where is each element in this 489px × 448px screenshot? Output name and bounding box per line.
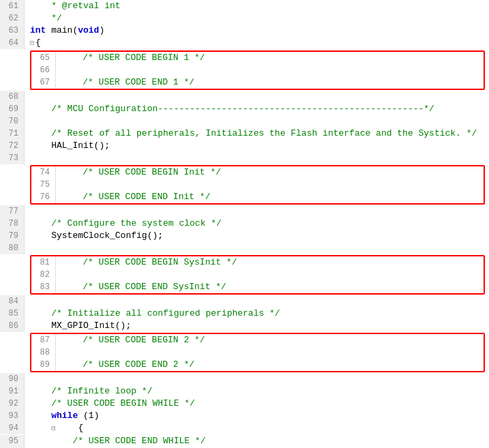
line-row: 91 /* Infinite loop */	[0, 385, 489, 398]
line-number: 74	[31, 166, 56, 179]
line-row: 80	[0, 242, 489, 254]
line-content: /* MCU Configuration--------------------…	[25, 103, 489, 115]
line-row: 66	[31, 64, 484, 76]
line-number: 92	[0, 398, 25, 410]
line-number: 88	[31, 346, 56, 359]
line-number: 86	[0, 320, 25, 332]
line-row: 74 /* USER CODE BEGIN Init */	[31, 166, 484, 179]
line-number: 79	[0, 230, 25, 242]
line-content: /* USER CODE END 2 */	[56, 359, 484, 371]
line-row: 85 /* Initialize all configured peripher…	[0, 308, 489, 320]
line-content: /* Infinite loop */	[25, 385, 489, 398]
line-row: 83 /* USER CODE END SysInit */	[31, 281, 484, 293]
line-content: ⊟ {	[25, 422, 489, 435]
line-number: 68	[0, 91, 25, 103]
line-row: 84	[0, 295, 489, 308]
line-row: 87 /* USER CODE BEGIN 2 */	[31, 334, 484, 346]
line-row: 93 while (1)	[0, 410, 489, 422]
line-number: 71	[0, 128, 25, 140]
line-row: 64 ⊟{	[0, 37, 489, 50]
line-number: 84	[0, 295, 25, 308]
line-content: HAL_Init();	[25, 140, 489, 152]
line-row: 95 /* USER CODE END WHILE */	[0, 435, 489, 447]
line-content: /* USER CODE END 1 */	[56, 76, 484, 89]
line-row: 86 MX_GPIO_Init();	[0, 320, 489, 332]
line-row: 73	[0, 152, 489, 164]
line-number: 95	[0, 435, 25, 447]
line-number: 94	[0, 422, 25, 434]
line-number: 77	[0, 205, 25, 218]
line-content: /* Reset of all peripherals, Initializes…	[25, 128, 489, 140]
line-number: 90	[0, 373, 25, 385]
line-row: 82	[31, 269, 484, 281]
line-content: /* USER CODE BEGIN 2 */	[56, 334, 484, 346]
line-number: 81	[31, 256, 56, 269]
line-content: /* Initialize all configured peripherals…	[25, 308, 489, 320]
line-number: 91	[0, 385, 25, 398]
line-content: */	[25, 12, 489, 25]
line-number: 78	[0, 218, 25, 230]
line-content: /* USER CODE END WHILE */	[25, 435, 489, 447]
line-number: 70	[0, 115, 25, 128]
line-row: 76 /* USER CODE END Init */	[31, 191, 484, 203]
line-content: /* USER CODE BEGIN WHILE */	[25, 398, 489, 410]
line-row: 88	[31, 346, 484, 359]
line-number: 63	[0, 25, 25, 37]
line-number: 62	[0, 12, 25, 25]
line-number: 85	[0, 308, 25, 320]
user-code-box-1: 65 /* USER CODE BEGIN 1 */ 66 67 /* USER…	[30, 50, 485, 90]
line-row: 62 */	[0, 12, 489, 25]
line-content: /* USER CODE BEGIN 1 */	[56, 52, 484, 64]
line-row: 69 /* MCU Configuration-----------------…	[0, 103, 489, 115]
line-number: 80	[0, 242, 25, 254]
line-row: 94 ⊟ {	[0, 422, 489, 435]
line-content: /* USER CODE BEGIN SysInit */	[56, 256, 484, 269]
line-row: 61 * @retval int	[0, 0, 489, 12]
line-row: 72 HAL_Init();	[0, 140, 489, 152]
line-row: 65 /* USER CODE BEGIN 1 */	[31, 52, 484, 64]
code-editor: 61 * @retval int 62 */ 63 int main(void)…	[0, 0, 489, 448]
line-content: SystemClock_Config();	[25, 230, 489, 242]
line-content: MX_GPIO_Init();	[25, 320, 489, 332]
line-row: 92 /* USER CODE BEGIN WHILE */	[0, 398, 489, 410]
line-row: 78 /* Configure the system clock */	[0, 218, 489, 230]
line-row: 79 SystemClock_Config();	[0, 230, 489, 242]
line-content: /* USER CODE END Init */	[56, 191, 484, 203]
line-row: 89 /* USER CODE END 2 */	[31, 359, 484, 371]
line-number: 73	[0, 152, 25, 164]
line-number: 72	[0, 140, 25, 152]
line-number: 76	[31, 191, 56, 203]
line-content: ⊟{	[25, 37, 489, 50]
line-number: 75	[31, 179, 56, 191]
line-number: 83	[31, 281, 56, 293]
line-content: int main(void)	[25, 25, 489, 37]
line-row: 71 /* Reset of all peripherals, Initiali…	[0, 128, 489, 140]
line-content: while (1)	[25, 410, 489, 422]
line-row: 68	[0, 91, 489, 103]
line-row: 63 int main(void)	[0, 25, 489, 37]
line-number: 93	[0, 410, 25, 422]
line-number: 69	[0, 103, 25, 115]
line-content: * @retval int	[25, 0, 489, 12]
line-content: /* USER CODE BEGIN Init */	[56, 166, 484, 179]
line-number: 65	[31, 52, 56, 64]
line-row: 90	[0, 373, 489, 385]
line-number: 67	[31, 76, 56, 89]
line-number: 87	[31, 334, 56, 346]
line-row: 70	[0, 115, 489, 128]
line-number: 66	[31, 64, 56, 76]
line-row: 75	[31, 179, 484, 191]
line-number: 61	[0, 0, 25, 12]
line-number: 89	[31, 359, 56, 371]
line-content: /* USER CODE END SysInit */	[56, 281, 484, 293]
line-number: 82	[31, 269, 56, 281]
line-row: 81 /* USER CODE BEGIN SysInit */	[31, 256, 484, 269]
user-code-box-2: 74 /* USER CODE BEGIN Init */ 75 76 /* U…	[30, 165, 485, 205]
user-code-box-4: 87 /* USER CODE BEGIN 2 */ 88 89 /* USER…	[30, 333, 485, 372]
user-code-box-3: 81 /* USER CODE BEGIN SysInit */ 82 83 /…	[30, 255, 485, 295]
line-row: 77	[0, 205, 489, 218]
code-content: 61 * @retval int 62 */ 63 int main(void)…	[0, 0, 489, 448]
line-number: 64	[0, 37, 25, 49]
line-content: /* Configure the system clock */	[25, 218, 489, 230]
line-row: 67 /* USER CODE END 1 */	[31, 76, 484, 89]
